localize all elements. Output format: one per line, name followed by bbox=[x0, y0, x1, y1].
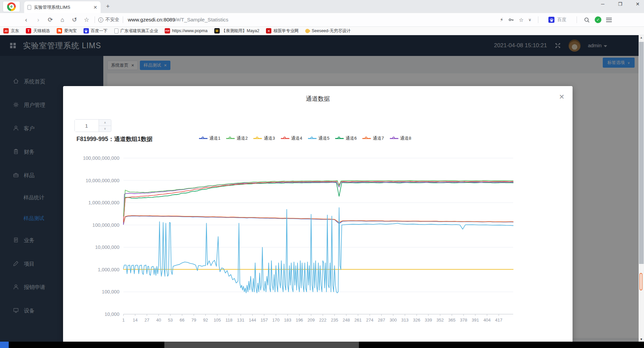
refresh-button[interactable]: ⟳ bbox=[44, 16, 56, 23]
svg-text:274: 274 bbox=[366, 318, 373, 323]
tmall-icon: T bbox=[26, 28, 31, 33]
chevron-down-icon[interactable]: ∨ bbox=[528, 17, 531, 22]
info-icon: i bbox=[98, 17, 103, 22]
svg-text:339: 339 bbox=[425, 318, 432, 323]
svg-text:183: 183 bbox=[284, 318, 291, 323]
scrollbar-up-icon[interactable]: ▲ bbox=[639, 36, 644, 39]
legend-item-通道1[interactable]: 通道1 bbox=[199, 135, 220, 141]
security-shield-icon[interactable]: ✓ bbox=[595, 16, 601, 23]
svg-text:248: 248 bbox=[343, 318, 350, 323]
bookmark-label: 京东 bbox=[11, 28, 19, 34]
bookmark-item[interactable]: 淘爱淘宝 bbox=[57, 28, 77, 34]
new-tab-button[interactable]: + bbox=[106, 3, 110, 10]
legend-item-通道7[interactable]: 通道7 bbox=[362, 135, 384, 141]
svg-text:10,000: 10,000 bbox=[105, 311, 119, 317]
svg-text:261: 261 bbox=[355, 318, 362, 323]
legend-item-通道5[interactable]: 通道5 bbox=[308, 135, 329, 141]
browser-tab[interactable]: 实验管理系统LIMS ✕ bbox=[24, 1, 101, 13]
security-indicator[interactable]: i 不安全 bbox=[98, 17, 119, 23]
address-bar[interactable]: www.gzesdi.cn:8089/#/T_Sample_Statistics bbox=[128, 17, 228, 23]
bookmark-label: 核医学专业网 bbox=[273, 28, 299, 34]
svg-text:287: 287 bbox=[378, 318, 385, 323]
browser-scrollbar[interactable]: ▲ ▼ bbox=[639, 35, 644, 342]
bookmark-label: 爱淘宝 bbox=[64, 28, 77, 34]
bottom-strip bbox=[0, 342, 644, 348]
svg-text:222: 222 bbox=[319, 318, 327, 323]
baidu-search-placeholder: 百度 bbox=[557, 17, 567, 23]
step-up-button[interactable]: ∧ bbox=[99, 120, 111, 126]
svg-text:378: 378 bbox=[460, 318, 467, 323]
legend-marker-icon bbox=[335, 136, 344, 140]
legend-label: 通道4 bbox=[291, 135, 302, 141]
window-close-button[interactable]: ✕ bbox=[634, 1, 641, 7]
svg-text:66: 66 bbox=[180, 318, 184, 323]
series-通道1 bbox=[123, 216, 513, 224]
tab-close-icon[interactable]: ✕ bbox=[93, 5, 97, 10]
browser-toolbar: ‹ › ⟳ ⌂ ↺ ☆ i 不安全 www.gzesdi.cn:8089/#/T… bbox=[0, 13, 644, 27]
channel-number-input[interactable] bbox=[75, 120, 98, 132]
bookmark-label: https://www.popma bbox=[172, 28, 208, 33]
modal-close-icon[interactable]: ✕ bbox=[559, 93, 565, 101]
bookmark-label: 广东省建筑施工企业 bbox=[120, 28, 158, 34]
forward-button[interactable]: › bbox=[32, 16, 44, 23]
channel-chart: 100,000,000,00010,000,000,0001,000,000,0… bbox=[63, 86, 573, 342]
bookmark-item[interactable]: ✕核医学专业网 bbox=[266, 28, 299, 34]
series-通道2 bbox=[123, 181, 513, 216]
legend-marker-icon bbox=[390, 136, 398, 140]
scrollbar-thumb[interactable] bbox=[639, 42, 644, 264]
maya-icon: M bbox=[214, 28, 220, 33]
taobao-icon: 淘 bbox=[57, 28, 62, 33]
flash-icon[interactable]: ⚡ bbox=[500, 17, 503, 23]
scrollbar-down-icon[interactable]: ▼ bbox=[639, 338, 644, 341]
svg-text:196: 196 bbox=[296, 318, 303, 323]
baidu-search-box[interactable]: 百度 bbox=[545, 15, 570, 24]
bookmark-item[interactable]: 广东省建筑施工企业 bbox=[114, 28, 158, 34]
browser-logo[interactable]: e bbox=[3, 1, 20, 12]
window-maximize-button[interactable]: ❐ bbox=[616, 1, 624, 7]
legend-marker-icon bbox=[253, 136, 262, 140]
svg-text:391: 391 bbox=[472, 318, 479, 323]
undo-button[interactable]: ↺ bbox=[68, 16, 80, 23]
favorite-star-button[interactable]: ☆ bbox=[80, 16, 93, 23]
window-minimize-button[interactable]: ─ bbox=[599, 1, 606, 7]
series-通道6 bbox=[123, 182, 513, 222]
bookmark-item[interactable]: JD京东 bbox=[3, 28, 19, 34]
svg-text:144: 144 bbox=[249, 318, 256, 323]
series-通道5 bbox=[123, 208, 513, 293]
svg-text:326: 326 bbox=[413, 318, 420, 323]
bookmark-star-icon[interactable]: ☆ bbox=[519, 17, 524, 23]
home-button[interactable]: ⌂ bbox=[56, 16, 68, 23]
bookmark-item[interactable]: POPhttps://www.popma bbox=[165, 28, 208, 33]
bottom-strip-blue-block bbox=[0, 342, 9, 348]
svg-text:209: 209 bbox=[308, 318, 315, 323]
svg-text:100,000: 100,000 bbox=[102, 289, 119, 294]
legend-item-通道4[interactable]: 通道4 bbox=[281, 135, 302, 141]
bookmark-label: 【亲测能用】Maya2 bbox=[222, 28, 260, 34]
scrollbar-position-marker[interactable] bbox=[640, 273, 642, 290]
legend-item-通道8[interactable]: 通道8 bbox=[390, 135, 411, 141]
legend-marker-icon bbox=[308, 136, 317, 140]
bookmark-label: 百度一下 bbox=[91, 28, 108, 34]
legend-label: 通道2 bbox=[236, 135, 248, 141]
browser-tab-title: 实验管理系统LIMS bbox=[34, 4, 91, 10]
bookmark-item[interactable]: 百度一下 bbox=[84, 28, 108, 34]
page-icon bbox=[28, 5, 31, 10]
legend-item-通道2[interactable]: 通道2 bbox=[226, 135, 248, 141]
svg-text:27: 27 bbox=[145, 318, 149, 323]
password-key-icon[interactable] bbox=[508, 17, 514, 23]
legend-marker-icon bbox=[281, 136, 289, 140]
legend-item-通道3[interactable]: 通道3 bbox=[253, 135, 275, 141]
security-label: 不安全 bbox=[105, 17, 119, 23]
back-button[interactable]: ‹ bbox=[20, 16, 32, 23]
channel-data-modal: 通道数据 ✕ ∧ ∨ F81999-995：通道数组1数据 通道1通道2通道3通… bbox=[63, 86, 573, 342]
menu-hamburger-icon[interactable] bbox=[606, 18, 612, 22]
svg-text:1,000,000: 1,000,000 bbox=[98, 267, 119, 272]
step-down-button[interactable]: ∨ bbox=[99, 126, 111, 132]
seeseed-icon bbox=[304, 28, 310, 34]
search-icon[interactable] bbox=[584, 17, 590, 23]
legend-item-通道6[interactable]: 通道6 bbox=[335, 135, 357, 141]
bookmark-item[interactable]: M【亲测能用】Maya2 bbox=[214, 28, 260, 34]
bookmark-item[interactable]: T天猫精选 bbox=[26, 28, 50, 34]
bookmark-item[interactable]: Seeseed-无穷尽设计 bbox=[305, 28, 351, 34]
bookmark-label: Seeseed-无穷尽设计 bbox=[312, 28, 351, 34]
